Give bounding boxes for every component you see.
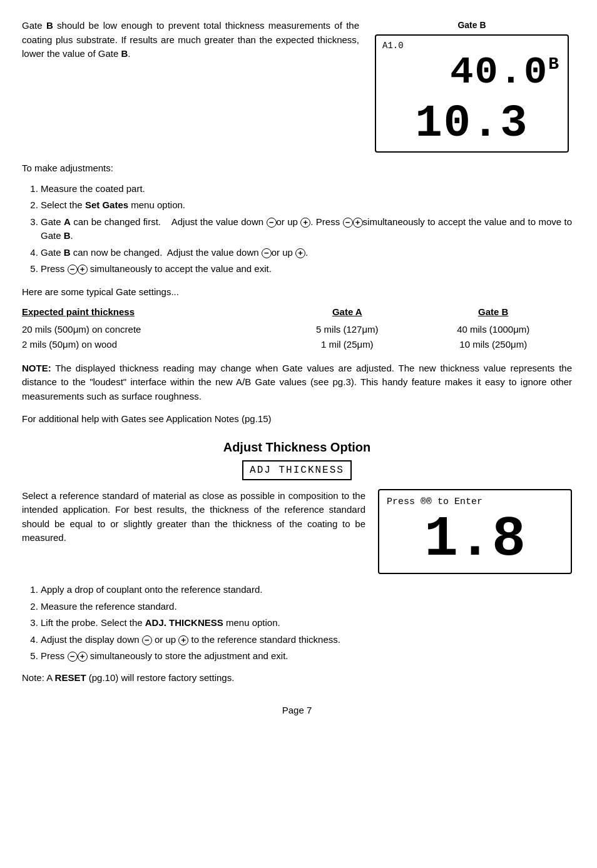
table-row: 2 mils (50μm) on wood 1 mil (25μm) 10 mi… [22,337,572,353]
adj-steps-list: Apply a drop of couplant onto the refere… [41,583,572,664]
plus-icon5: + [178,635,188,645]
adj-step-5: Press −+ simultaneously to store the adj… [41,649,572,664]
page-number: Page 7 [282,705,312,715]
intro-text: Gate B should be low enough to prevent t… [22,19,359,153]
adj-step-3: Lift the probe. Select the ADJ. THICKNES… [41,616,572,630]
adj-lcd-value: 1.8 [387,512,563,568]
step-3: Gate A can be changed first. Adjust the … [41,215,572,243]
gate-settings-table: Expected paint thickness Gate A Gate B 2… [22,305,572,353]
adj-text: Select a reference standard of material … [22,489,365,575]
plus-icon2: + [353,218,363,228]
gate-a-1: 5 mils (127μm) [280,322,414,338]
adj-display: Press ®® to Enter 1.8 [378,489,572,575]
note-block: NOTE: The displayed thickness reading ma… [22,361,572,404]
minus-icon3: − [262,248,272,258]
adj-step-4: Adjust the display down − or up + to the… [41,633,572,647]
col-gate-b: Gate B [414,305,572,322]
gate-b-label: Gate B [457,19,486,32]
adjustments-list: Measure the coated part. Select the Set … [41,182,572,276]
minus-icon6: − [68,652,78,662]
lcd-main-reading: 40.0B [384,43,560,101]
adj-intro: Select a reference standard of material … [22,489,365,545]
step-4: Gate B can now be changed. Adjust the va… [41,246,572,260]
menu-display: ADJ THICKNESS [22,460,572,480]
adj-step-1: Apply a drop of couplant onto the refere… [41,583,572,597]
col-thickness: Expected paint thickness [22,305,280,322]
gate-b-display: Gate B A1.0 40.0B 10.3 [372,19,572,153]
thickness-2: 2 mils (50μm) on wood [22,337,280,353]
step-2: Select the Set Gates menu option. [41,198,572,213]
page-footer: Page 7 [22,704,572,718]
gate-a-2: 1 mil (25μm) [280,337,414,353]
minus-icon2: − [343,218,353,228]
note-text: NOTE: The displayed thickness reading ma… [22,361,572,404]
col-gate-a: Gate A [280,305,414,322]
additional-help: For additional help with Gates see Appli… [22,412,572,426]
menu-box: ADJ THICKNESS [242,460,352,480]
step-5: Press −+ simultaneously to accept the va… [41,262,572,276]
lcd-sub-reading: 10.3 [384,101,560,146]
typical-intro: Here are some typical Gate settings... [22,285,572,300]
lcd-small-reading: A1.0 [382,39,404,53]
plus-icon6: + [78,652,88,662]
minus-icon5: − [142,635,152,645]
minus-icon4: − [68,265,78,275]
top-section: Gate B should be low enough to prevent t… [22,19,572,153]
plus-icon4: + [78,265,88,275]
step-1: Measure the coated part. [41,182,572,196]
plus-icon3: + [295,248,305,258]
reset-note: Note: A RESET (pg.10) will restore facto… [22,671,572,685]
gate-b-2: 10 mils (250μm) [414,337,572,353]
gate-b-intro: Gate B should be low enough to prevent t… [22,19,359,61]
table-row: 20 mils (500μm) on concrete 5 mils (127μ… [22,322,572,338]
plus-icon: + [300,218,310,228]
adj-section: Select a reference standard of material … [22,489,572,575]
typical-gates-section: Here are some typical Gate settings... E… [22,285,572,353]
adjustments-intro: To make adjustments: [22,161,572,176]
adj-lcd-press: Press ®® to Enter [387,495,563,510]
adj-lcd-screen: Press ®® to Enter 1.8 [378,489,572,575]
adj-step-2: Measure the reference standard. [41,600,572,614]
lcd-screen: A1.0 40.0B 10.3 [375,34,569,153]
thickness-1: 20 mils (500μm) on concrete [22,322,280,338]
gate-b-1: 40 mils (1000μm) [414,322,572,338]
minus-icon: − [267,218,277,228]
section-title: Adjust Thickness Option [22,438,572,457]
